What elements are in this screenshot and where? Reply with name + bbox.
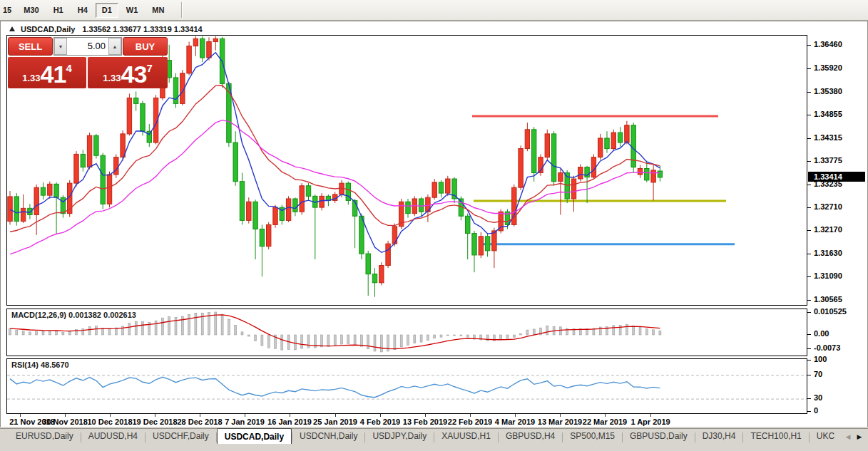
date-tick bbox=[65, 414, 66, 417]
rsi-axis-label: 100 bbox=[814, 355, 827, 363]
price-axis-label: 1.34855 bbox=[814, 110, 842, 118]
date-label: 16 Jan 2019 bbox=[267, 418, 312, 426]
volume-stepper: ▼ 5.00 ▲ bbox=[53, 37, 122, 56]
price-axis: 1.364601.359201.353801.348551.343151.337… bbox=[807, 35, 867, 437]
chart-tab-gbpusd-daily[interactable]: GBPUSD,Daily bbox=[623, 429, 695, 445]
chart-ohlc-values: 1.33562 1.33677 1.33319 1.33414 bbox=[82, 25, 202, 33]
timeframe-button-mn[interactable]: MN bbox=[145, 3, 170, 18]
price-axis-label: 1.32170 bbox=[814, 225, 842, 234]
price-axis-label: 1.34315 bbox=[814, 133, 842, 142]
axis-tick bbox=[807, 115, 811, 115]
date-tick bbox=[20, 414, 21, 417]
buy-price-quote[interactable]: 1.33437 bbox=[88, 57, 168, 88]
date-tick bbox=[605, 414, 606, 417]
rsi-axis-label: 0 bbox=[814, 406, 818, 415]
chart-tab-ukc[interactable]: UKC bbox=[810, 429, 842, 445]
axis-tick bbox=[807, 45, 811, 46]
price-axis-label: 1.31630 bbox=[814, 249, 842, 257]
trading-terminal: 15M30H1H4D1W1MN USDCAD,Daily 1.33562 1.3… bbox=[0, 0, 868, 451]
timeframe-button-d1[interactable]: D1 bbox=[96, 3, 118, 18]
date-label: 30 Nov 2018 bbox=[42, 418, 88, 426]
chart-tab-usdcad-daily[interactable]: USDCAD,Daily bbox=[217, 428, 292, 444]
date-label: 19 Dec 2018 bbox=[133, 418, 178, 426]
macd-axis-label: 0.010525 bbox=[814, 307, 847, 316]
tab-scroll-right-icon[interactable]: ▶ bbox=[854, 430, 865, 442]
price-axis-label: 1.36460 bbox=[814, 40, 842, 48]
timeframe-button-h1[interactable]: H1 bbox=[47, 3, 70, 18]
date-tick bbox=[245, 414, 245, 417]
chart-tab-audusd-h4[interactable]: AUDUSD,H4 bbox=[81, 429, 145, 445]
price-axis-label: 1.35920 bbox=[814, 63, 842, 72]
chart-tab-gbpusd-h4[interactable]: GBPUSD,H4 bbox=[499, 429, 562, 445]
date-tick bbox=[380, 414, 381, 417]
volume-increase-icon[interactable]: ▲ bbox=[108, 38, 121, 55]
axis-tick bbox=[807, 92, 811, 93]
rsi-label: RSI(14) 48.5670 bbox=[10, 361, 71, 369]
sell-price-quote[interactable]: 1.33414 bbox=[8, 57, 86, 88]
axis-tick bbox=[807, 138, 811, 139]
date-tick bbox=[290, 414, 290, 417]
axis-tick bbox=[807, 276, 811, 277]
date-tick bbox=[155, 414, 155, 417]
sell-button[interactable]: SELL bbox=[8, 37, 53, 56]
price-axis-label: 1.33775 bbox=[814, 156, 842, 165]
buy-button[interactable]: BUY bbox=[123, 37, 168, 56]
chart-tab-dj30-h4[interactable]: DJ30,H4 bbox=[695, 429, 743, 445]
axis-tick bbox=[807, 312, 811, 313]
axis-tick bbox=[807, 411, 811, 412]
price-axis-label: 1.35380 bbox=[814, 87, 842, 95]
rsi-axis-label: 30 bbox=[814, 393, 822, 402]
sell-price-big: 41 bbox=[41, 63, 66, 85]
symbol-tab-bar: EURUSD,DailyAUDUSD,H4USDCHF,DailyUSDCAD,… bbox=[0, 428, 868, 451]
date-label: 22 Mar 2019 bbox=[583, 418, 627, 426]
date-tick bbox=[650, 414, 651, 417]
axis-tick bbox=[807, 185, 811, 185]
chart-tab-usdcnh-daily[interactable]: USDCNH,Daily bbox=[292, 429, 364, 445]
date-label: 13 Feb 2019 bbox=[403, 418, 447, 426]
buy-price-prefix: 1.33 bbox=[103, 73, 121, 83]
date-label: 4 Mar 2019 bbox=[495, 418, 535, 426]
buy-price-pipette: 7 bbox=[146, 62, 152, 74]
tab-scroll-left-icon[interactable]: ◀ bbox=[842, 430, 854, 442]
chart-tab-usdjpy-daily[interactable]: USDJPY,Daily bbox=[365, 429, 434, 445]
date-label: 10 Dec 2018 bbox=[88, 418, 133, 426]
date-label: 4 Feb 2019 bbox=[360, 418, 400, 426]
chart-symbol-title: USDCAD,Daily bbox=[21, 25, 75, 33]
macd-axis-label: 0.00 bbox=[814, 329, 829, 338]
timeframe-toolbar: 15M30H1H4D1W1MN bbox=[0, 0, 868, 21]
timeframe-button-15[interactable]: 15 bbox=[1, 3, 16, 18]
chart-tab-tech100-h1[interactable]: TECH100,H1 bbox=[743, 429, 808, 445]
tab-scroll-controls: ◀▶ bbox=[842, 430, 868, 442]
chart-tab-eurusd-daily[interactable]: EURUSD,Daily bbox=[9, 429, 81, 445]
date-tick bbox=[515, 414, 516, 417]
one-click-trading-panel: SELL ▼ 5.00 ▲ BUY 1.33414 1.33437 bbox=[8, 37, 168, 88]
date-axis: 21 Nov 201830 Nov 201810 Dec 201819 Dec … bbox=[6, 414, 807, 427]
volume-decrease-icon[interactable]: ▼ bbox=[54, 38, 67, 55]
price-axis-label: 1.32710 bbox=[814, 202, 842, 211]
rsi-chart[interactable] bbox=[7, 359, 807, 413]
macd-panel[interactable]: MACD(12,26,9) 0.001382 0.002613 bbox=[6, 309, 807, 356]
chart-tab-usdchf-daily[interactable]: USDCHF,Daily bbox=[145, 429, 216, 445]
chart-tab-sp500-m15[interactable]: SP500,M15 bbox=[563, 429, 622, 445]
toolbar-separator bbox=[181, 2, 183, 18]
axis-tick bbox=[807, 161, 811, 162]
axis-tick bbox=[807, 360, 811, 361]
macd-label: MACD(12,26,9) 0.001382 0.002613 bbox=[10, 311, 138, 319]
price-axis-label: 1.31090 bbox=[814, 271, 842, 280]
buy-price-big: 43 bbox=[121, 63, 147, 85]
date-tick bbox=[470, 414, 471, 417]
sell-price-prefix: 1.33 bbox=[22, 73, 40, 83]
date-tick bbox=[200, 414, 200, 417]
timeframe-button-w1[interactable]: W1 bbox=[120, 3, 145, 18]
date-tick bbox=[425, 414, 426, 417]
timeframe-button-h4[interactable]: H4 bbox=[71, 3, 94, 18]
collapse-panel-icon[interactable] bbox=[9, 26, 15, 31]
rsi-panel[interactable]: RSI(14) 48.5670 bbox=[6, 358, 807, 414]
axis-tick bbox=[807, 334, 811, 335]
axis-tick bbox=[807, 254, 811, 254]
date-label: 1 Apr 2019 bbox=[630, 418, 670, 426]
rsi-axis-label: 70 bbox=[814, 370, 822, 378]
volume-input[interactable]: 5.00 bbox=[67, 38, 108, 55]
chart-tab-xauusd-h1[interactable]: XAUUSD,H1 bbox=[434, 429, 498, 445]
timeframe-button-m30[interactable]: M30 bbox=[17, 3, 45, 18]
